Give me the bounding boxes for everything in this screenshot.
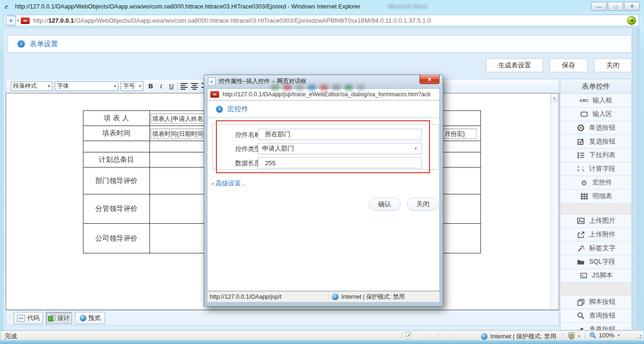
sidebar-item-label: 输入区	[593, 110, 612, 118]
font-size-select[interactable]: 字号 ▾	[121, 81, 143, 91]
section-chevron-icon: ›	[17, 40, 25, 48]
sidebar-item-label: 宏控件	[593, 178, 612, 187]
tab-code[interactable]: <> 代码	[14, 312, 43, 324]
maximize-button[interactable]: □	[608, 2, 623, 11]
page-check-icon: ✓	[405, 332, 411, 339]
table-cell-label[interactable]	[83, 141, 150, 152]
sidebar-separator	[561, 203, 631, 214]
address-dropdown-icon[interactable]: ▾	[17, 18, 19, 23]
oa-favicon: ∞	[210, 91, 219, 98]
sidebar-item-input-box[interactable]: ABC 输入框	[561, 94, 631, 108]
sidebar-item-label: 单选按钮	[589, 124, 616, 132]
sidebar-item-label: 标签文字	[589, 244, 616, 252]
control-type-select[interactable]: 申请人部门 ▼	[258, 143, 422, 154]
table-cell-label[interactable]: 部门领导评价	[83, 168, 150, 194]
textarea-icon	[580, 110, 589, 118]
table-cell-label[interactable]: 计划总条目	[83, 152, 150, 168]
abc-icon: ABC	[580, 97, 589, 104]
status-bar: 完成 ✓ Internet | 保护模式: 禁用 ▾ 100% ▾	[1, 330, 643, 340]
font-family-select[interactable]: 字体 ▾	[55, 81, 118, 91]
data-length-value: 255	[262, 159, 276, 167]
bold-button[interactable]: B	[146, 81, 156, 91]
dialog-address-bar: ∞ http://127.0.0.1/OAapp/jsp/trace_eWebE…	[207, 88, 440, 101]
sidebar-item-label: JS脚本	[592, 271, 612, 280]
status-zone: Internet | 保护模式: 禁用	[481, 332, 556, 341]
confirm-button[interactable]: 确认	[369, 198, 401, 211]
font-size-value: 字号	[123, 82, 135, 90]
ie-page-icon: e	[208, 77, 215, 85]
chevron-down-icon: ▾	[618, 333, 619, 337]
sidebar-item-js-script[interactable]: JS脚本	[561, 269, 631, 283]
dropdown-list-icon	[577, 151, 586, 159]
sidebar-item-detail-table[interactable]: 明细表	[561, 190, 631, 203]
status-divider	[450, 332, 451, 339]
data-length-input[interactable]: 255	[258, 157, 422, 168]
chevron-down-icon: ▾	[48, 84, 50, 88]
align-left-icon[interactable]	[180, 83, 188, 90]
dialog-close-button[interactable]: ✕	[420, 75, 439, 84]
underline-button[interactable]: U	[166, 81, 176, 91]
control-name-value: 所在部门	[262, 130, 290, 139]
calc-icon: + -x %	[577, 165, 586, 173]
italic-button[interactable]: I	[156, 81, 166, 91]
go-refresh-icon[interactable]: ➔	[627, 16, 636, 25]
resize-grip[interactable]	[636, 334, 642, 339]
sidebar-item-textarea[interactable]: 输入区	[561, 108, 631, 121]
table-cell-label[interactable]: 分管领导评价	[83, 194, 150, 224]
sidebar-item-sql-field[interactable]: SQL字段	[561, 255, 631, 269]
sidebar-item-checkbox[interactable]: 复选按钮	[561, 135, 631, 149]
radio-icon	[577, 124, 586, 132]
status-text: 完成	[5, 332, 17, 341]
advanced-settings-link[interactable]: › 高级设置...	[212, 179, 246, 188]
editor-vertical-scrollbar[interactable]: ▲	[550, 94, 558, 309]
sidebar-item-dropdown-list[interactable]: 下拉列表	[561, 149, 631, 162]
blurred-ghost-text: Microsoft Word	[388, 3, 427, 10]
attachment-icon	[577, 231, 586, 238]
macro-field-box[interactable]: 填表人{申请人姓名	[150, 113, 206, 124]
macro-field-box[interactable]: 填表时间{日期时间	[150, 128, 206, 139]
sidebar-item-label: 查询按钮	[589, 311, 616, 320]
save-button[interactable]: 保存	[550, 59, 587, 72]
minimize-button[interactable]: —	[591, 2, 607, 11]
dialog-status-url: http://127.0.0.1/OAapp/jsp/t	[207, 294, 329, 300]
address-url[interactable]: http://127.0.0.1/OAapp/WebObjects/OAapp.…	[33, 17, 624, 24]
toolbar-separator	[177, 82, 178, 90]
sidebar-item-script-button[interactable]: 脚本按钮	[561, 295, 631, 309]
table-cell-label[interactable]: 填表时间	[83, 126, 150, 141]
chevron-down-icon: ▼	[414, 147, 417, 150]
status-divider	[427, 332, 427, 339]
sidebar-item-label-text[interactable]: 标签文字	[561, 242, 631, 255]
tab-label: 设计	[58, 314, 70, 322]
security-status-icon	[568, 332, 575, 340]
zoom-control[interactable]: 100% ▾	[589, 332, 621, 339]
sidebar-item-label: 上传附件	[589, 230, 616, 239]
address-bar[interactable]: + ▾ ∞ http://127.0.0.1/OAapp/WebObjects/…	[4, 15, 639, 26]
sidebar-item-query-button[interactable]: 查询按钮	[561, 309, 631, 323]
control-name-input[interactable]: 所在部门	[258, 129, 422, 140]
sidebar-item-upload-image[interactable]: 上传图片	[561, 214, 631, 228]
generate-table-settings-button[interactable]: 生成表设置	[486, 59, 543, 72]
table-cell-label[interactable]: 公司领导评价	[83, 224, 150, 253]
zoom-magnifier-icon	[589, 332, 596, 339]
dialog-close-action-button[interactable]: 关闭	[407, 198, 439, 211]
sidebar-item-radio-button[interactable]: 单选按钮	[561, 121, 631, 135]
scroll-up-arrow-icon[interactable]: ▲	[551, 94, 558, 101]
address-row: + ▾ ∞ http://127.0.0.1/OAapp/WebObjects/…	[0, 14, 644, 28]
tab-preview[interactable]: 预览	[75, 312, 105, 324]
paragraph-style-select[interactable]: 段落样式 ▾	[11, 81, 52, 91]
sidebar-title: 表单控件	[561, 79, 631, 94]
table-cell-label[interactable]: 填 表 人	[83, 111, 150, 126]
add-tab-icon[interactable]: +	[6, 16, 16, 25]
security-status-control[interactable]: ▾	[568, 332, 582, 340]
sidebar-item-macro-control[interactable]: ⚙ 宏控件	[561, 176, 631, 190]
sidebar-item-calc-field[interactable]: + -x % 计算字段	[561, 162, 631, 176]
close-button[interactable]: ✕	[624, 2, 640, 11]
close-page-button[interactable]: 关闭	[594, 59, 632, 72]
tab-design[interactable]: 设计	[46, 312, 72, 324]
align-center-icon[interactable]	[190, 83, 198, 90]
chevron-down-icon: ▾	[578, 334, 580, 338]
sidebar-item-label: SQL字段	[589, 258, 615, 266]
sidebar-item-upload-attachment[interactable]: 上传附件	[561, 228, 631, 242]
sidebar-item-form-button[interactable]: 表单按钮	[561, 323, 631, 330]
page-vertical-scrollbar[interactable]	[632, 28, 640, 330]
